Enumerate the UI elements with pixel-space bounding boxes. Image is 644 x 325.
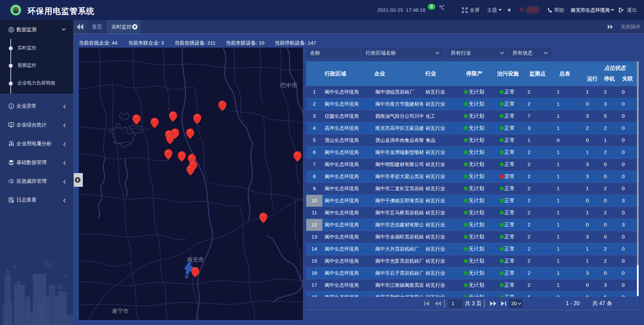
svg-text:南充市: 南充市: [187, 257, 204, 263]
svg-text:巴中市: 巴中市: [280, 82, 297, 89]
svg-text:遂宁市: 遂宁市: [112, 308, 129, 314]
